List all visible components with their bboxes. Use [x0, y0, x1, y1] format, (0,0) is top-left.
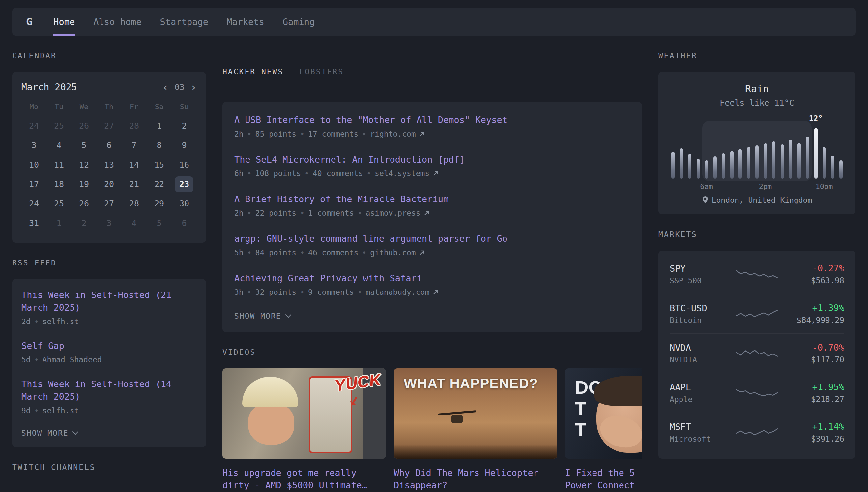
market-sparkline	[736, 306, 779, 321]
calendar-day: 1	[47, 213, 72, 233]
nav-tab-gaming[interactable]: Gaming	[282, 8, 316, 35]
rss-item: This Week in Self-Hosted (21 March 2025)…	[21, 289, 197, 326]
market-row[interactable]: SPYS&P 500-0.27%$563.98	[669, 254, 844, 294]
weather-bar	[688, 154, 691, 179]
calendar-day-number: 5	[150, 215, 168, 231]
weather-bar	[781, 144, 784, 179]
weather-bar	[797, 143, 801, 179]
news-item-title[interactable]: Achieving Great Privacy with Safari	[234, 272, 630, 285]
video-thumbnail[interactable]: YUCK↓	[222, 368, 386, 459]
calendar-weekday: Fr	[122, 99, 147, 116]
calendar-prev-icon[interactable]: ‹	[162, 83, 168, 91]
market-row[interactable]: MSFTMicrosoft+1.14%$391.26	[669, 413, 844, 452]
meta-text: 5h	[234, 248, 243, 257]
news-show-more-button[interactable]: SHOW MORE	[234, 312, 630, 320]
market-symbol-block: BTC-USDBitcoin	[669, 303, 736, 324]
news-item-domain[interactable]: righto.com	[370, 129, 416, 139]
video-thumbnail[interactable]: WHAT HAPPENED?	[394, 368, 557, 459]
calendar-day: 6	[172, 213, 197, 233]
market-price-block: -0.27%$563.98	[779, 263, 844, 285]
news-item-domain[interactable]: matanabudy.com	[365, 287, 429, 297]
video-title[interactable]: I Fixed the 5Power Connect	[565, 467, 642, 492]
news-tab-hacker-news[interactable]: HACKER NEWS	[222, 67, 283, 78]
news-item-domain[interactable]: asimov.press	[365, 208, 420, 218]
calendar-next-icon[interactable]: ›	[190, 83, 197, 91]
news-tab-lobsters[interactable]: LOBSTERS	[299, 67, 344, 76]
weather-feels-like: Feels like 11°C	[668, 98, 846, 107]
calendar-day: 24	[21, 116, 47, 136]
market-row[interactable]: NVDANVIDIA-0.70%$117.70	[669, 334, 844, 373]
rss-item-title[interactable]: Self Gap	[21, 340, 197, 352]
calendar-weekday: Mo	[21, 99, 47, 116]
calendar-day-grid: 2425262728123456789101112131415161718192…	[21, 116, 197, 233]
nav-tab-startpage[interactable]: Startpage	[159, 8, 209, 35]
video-card: YUCK↓His upgrade got me reallydirty - AM…	[222, 368, 386, 492]
news-item-title[interactable]: argp: GNU-style command line argument pa…	[234, 232, 630, 245]
market-ticker: MSFT	[669, 422, 736, 432]
rss-item-meta: 5d•Ahmad Shadeed	[21, 355, 197, 365]
news-item-domain[interactable]: sel4.systems	[375, 169, 429, 178]
calendar-day: 18	[47, 174, 72, 194]
weather-section-title: WEATHER	[658, 51, 856, 60]
market-name: Bitcoin	[669, 316, 736, 324]
calendar-day-number: 19	[75, 176, 93, 192]
market-name: Apple	[669, 395, 736, 403]
market-ticker: SPY	[669, 264, 736, 274]
meta-text: 5d	[21, 355, 31, 365]
calendar-day-number: 2	[175, 118, 193, 134]
calendar-day-number: 26	[75, 118, 93, 134]
helicopter-shape	[438, 412, 476, 423]
market-symbol-block: SPYS&P 500	[669, 264, 736, 285]
calendar-day: 11	[47, 155, 72, 174]
nav-tab-home[interactable]: Home	[53, 8, 76, 35]
weather-location-row: London, United Kingdom	[668, 196, 846, 204]
weather-bar	[772, 142, 775, 179]
calendar-day-number: 9	[175, 138, 193, 153]
calendar-day-number: 27	[100, 118, 118, 134]
calendar-widget: March 2025 ‹ 03 › MoTuWeThFrSaSu 2425262…	[12, 72, 206, 243]
app-logo[interactable]: G	[26, 16, 32, 28]
calendar-month-label: March 2025	[21, 82, 77, 93]
news-item-domain[interactable]: github.com	[370, 248, 416, 257]
calendar-day-number: 30	[175, 196, 193, 212]
video-title[interactable]: His upgrade got me reallydirty - AMD $50…	[222, 467, 386, 492]
calendar-day-number: 29	[150, 196, 168, 212]
news-item-title[interactable]: A Brief History of the Miracle Bacterium	[234, 193, 630, 205]
news-item-title[interactable]: A USB Interface to the "Mother of All De…	[234, 114, 630, 126]
calendar-day: 26	[72, 194, 97, 213]
calendar-day: 26	[72, 116, 97, 136]
weather-bar	[713, 156, 717, 179]
rss-item-title[interactable]: This Week in Self-Hosted (21 March 2025)	[21, 289, 197, 314]
video-thumbnail[interactable]: DOTT	[565, 368, 642, 459]
video-card: DOTTI Fixed the 5Power Connect3d•Linus T…	[565, 368, 642, 492]
nav-tab-also-home[interactable]: Also home	[93, 8, 142, 35]
meta-text: 2h	[234, 208, 243, 218]
calendar-day: 28	[122, 194, 147, 213]
market-price: $391.26	[779, 434, 844, 444]
market-row[interactable]: AAPLApple+1.95%$218.27	[669, 373, 844, 413]
rss-show-more-button[interactable]: SHOW MORE	[21, 429, 197, 437]
nav-tab-markets[interactable]: Markets	[226, 8, 265, 35]
calendar-day-number: 3	[25, 138, 43, 153]
nav-tabs: HomeAlso homeStartpageMarketsGaming	[53, 8, 315, 35]
market-price: $563.98	[779, 276, 844, 285]
weather-bar	[814, 128, 818, 179]
weather-bar	[822, 147, 826, 179]
calendar-day: 22	[147, 174, 172, 194]
face-shape	[248, 403, 294, 445]
weather-bar	[806, 137, 809, 179]
news-item: The SeL4 Microkernel: An Introduction [p…	[234, 153, 630, 178]
rss-item-title[interactable]: This Week in Self-Hosted (14 March 2025)	[21, 378, 197, 403]
market-row[interactable]: BTC-USDBitcoin+1.39%$84,999.29	[669, 294, 844, 334]
calendar-section-title: CALENDAR	[12, 51, 206, 60]
calendar-weekday-row: MoTuWeThFrSaSu	[21, 99, 197, 116]
news-item-title[interactable]: The SeL4 Microkernel: An Introduction [p…	[234, 153, 630, 166]
video-title[interactable]: Why Did The Mars HelicopterDisappear?	[394, 467, 557, 492]
calendar-day: 7	[122, 136, 147, 155]
calendar-day-number: 13	[100, 157, 118, 173]
market-change: -0.70%	[779, 342, 844, 352]
weather-bar	[738, 149, 742, 179]
meta-separator: •	[358, 287, 362, 297]
market-ticker: BTC-USD	[669, 303, 736, 313]
rss-show-more-label: SHOW MORE	[21, 429, 69, 437]
